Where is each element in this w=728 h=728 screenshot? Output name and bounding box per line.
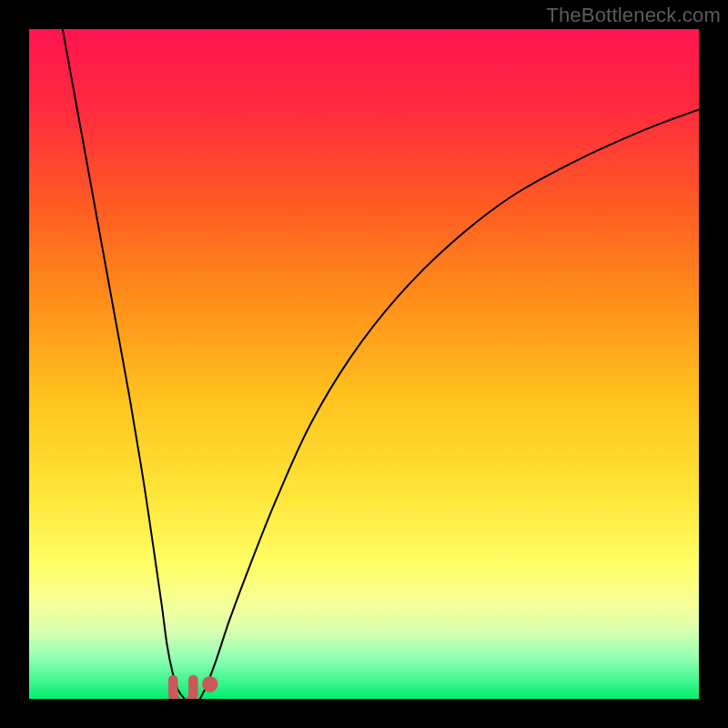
chart-frame: TheBottleneck.com [0, 0, 728, 728]
dot-marker [202, 676, 218, 693]
plot-area [29, 29, 699, 699]
series-right-branch [200, 109, 699, 699]
watermark-text: TheBottleneck.com [546, 4, 721, 27]
series-left-branch [63, 29, 185, 699]
chart-curves [29, 29, 699, 699]
